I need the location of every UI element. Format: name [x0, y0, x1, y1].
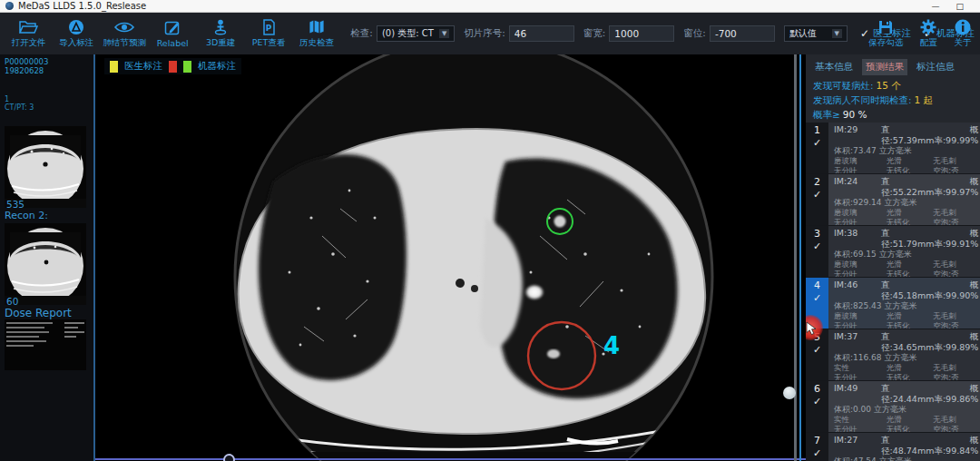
check-icon[interactable]: ✓ — [813, 397, 821, 407]
finding-item[interactable]: 5 ✓ IM:37 直径:34.65mm 概率:99.89% 体积:116.68… — [806, 329, 980, 381]
finding-number: 2 — [814, 177, 820, 188]
finding-diameter: 直径:51.79mm — [881, 228, 934, 250]
import-annotation-button[interactable]: 导入标注 — [54, 18, 100, 49]
finding-number-column[interactable]: 3 ✓ — [806, 226, 828, 277]
finding-item[interactable]: 2 ✓ IM:24 直径:55.22mm 概率:99.97% 体积:929.14… — [806, 174, 980, 226]
vertical-slider-track[interactable] — [799, 54, 801, 461]
finding-diameter: 直径:24.44mm — [881, 383, 934, 405]
finding-im: IM:24 — [834, 176, 881, 198]
finding-item[interactable]: 6 ✓ IM:49 直径:24.44mm 概率:99.86% 体积:0.00 立… — [806, 381, 980, 433]
finding-item[interactable]: 4 ✓ IM:46 直径:45.18mm 概率:99.90% 体积:825.43… — [806, 278, 980, 329]
vertical-slider-handle[interactable] — [783, 387, 796, 399]
series-type: CT/PT: 3 — [5, 103, 89, 112]
finding-attribute: 无毛刺 — [933, 363, 975, 373]
suspicious-lesion-label: 发现可疑病灶: — [813, 80, 874, 91]
pet-view-button[interactable]: P PET查看 — [246, 18, 292, 49]
series-thumbnail-1[interactable]: 535 — [5, 126, 86, 208]
finding-number-column[interactable]: 6 ✓ — [806, 381, 828, 432]
finding-attribute: 磨玻璃 — [834, 311, 887, 321]
finding-item[interactable]: 7 ✓ IM:27 直径:48.74mm 概率:99.84% 体积:47.54 … — [806, 433, 980, 461]
app-icon — [5, 2, 14, 10]
settings-label: 配置 — [920, 37, 937, 49]
finding-volume: 体积:929.14 立方毫米 — [834, 198, 975, 208]
vertical-scrollbar-track[interactable] — [794, 54, 797, 461]
check-icon[interactable]: ✓ — [813, 345, 821, 356]
finding-attribute: 空泡:否 — [933, 373, 975, 380]
finding-number-column[interactable]: 7 ✓ — [806, 433, 828, 461]
cursor-arrow-icon — [806, 321, 818, 336]
finding-volume: 体积:69.15 立方毫米 — [834, 250, 975, 260]
finding-attribute: 实性 — [834, 363, 887, 373]
finding-attribute: 无毛刺 — [933, 311, 975, 321]
finding-attributes: 磨玻璃光滑无毛刺无分叶无钙化空泡:否血管集束:否与胸膜无关位置:左肺下叶 — [834, 311, 975, 329]
check-icon[interactable]: ✓ — [813, 190, 821, 201]
slice-number-input[interactable] — [509, 25, 574, 42]
finding-list[interactable]: 1 ✓ IM:29 直径:57.39mm 概率:99.99% 体积:73.47 … — [806, 123, 980, 461]
finding-attribute: 光滑 — [887, 156, 933, 166]
finding-item[interactable]: 3 ✓ IM:38 直径:51.79mm 概率:99.91% 体积:69.15 … — [806, 226, 980, 278]
history-exam-button[interactable]: 历史检查 — [293, 18, 339, 49]
finding-volume: 体积:0.00 立方毫米 — [834, 405, 975, 415]
finding-attribute: 无分叶 — [834, 373, 887, 380]
check-icon[interactable]: ✓ — [813, 241, 821, 252]
annotation-legend: 医生标注 机器标注 — [104, 58, 241, 74]
import-annotation-icon — [67, 18, 85, 36]
other-exam-stat: 发现病人不同时期检查:1 起 — [806, 93, 980, 107]
finding-attribute: 空泡:否 — [933, 270, 975, 277]
slice-slider-horizontal[interactable] — [95, 458, 806, 460]
exam-type-select[interactable]: (0) 类型: CT ▼ — [377, 25, 455, 42]
check-icon[interactable]: ✓ — [813, 138, 821, 149]
machine-legend-swatch-red — [169, 61, 177, 73]
window-width-input[interactable] — [609, 25, 674, 42]
finding-number-column[interactable]: 1 ✓ — [806, 123, 828, 173]
preset-select[interactable]: 默认值 ▼ — [784, 25, 848, 42]
finding-attribute: 无钙化 — [887, 321, 933, 329]
finding-volume: 体积:116.68 立方毫米 — [834, 353, 975, 363]
relabel-label: Relabel — [157, 38, 189, 48]
save-selection-button[interactable]: 保存勾选 — [862, 18, 910, 49]
pet-view-icon: P — [260, 18, 278, 36]
finding-probability: 概率:99.90% — [934, 280, 978, 301]
check-icon[interactable]: ✓ — [813, 448, 821, 459]
tab-basic-info[interactable]: 基本信息 — [811, 59, 857, 75]
finding-diameter: 直径:57.39mm — [881, 124, 934, 146]
tab-annotation-info[interactable]: 标注信息 — [913, 59, 958, 75]
probability-threshold-label: 概率≥ — [813, 109, 840, 120]
series-thumbnail-2[interactable]: 60 — [5, 223, 86, 305]
finding-details: IM:24 直径:55.22mm 概率:99.97% 体积:929.14 立方毫… — [828, 174, 980, 225]
window-level-input[interactable] — [710, 25, 775, 42]
finding-details: IM:46 直径:45.18mm 概率:99.90% 体积:825.43 立方毫… — [828, 278, 980, 329]
finding-probability: 概率:99.86% — [934, 383, 978, 405]
finding-item[interactable]: 1 ✓ IM:29 直径:57.39mm 概率:99.99% 体积:73.47 … — [806, 123, 980, 174]
dose-report-label: Dose Report — [5, 308, 89, 319]
tab-prediction-result[interactable]: 预测结果 — [862, 59, 907, 75]
finding-im: IM:49 — [834, 383, 881, 405]
check-icon[interactable]: ✓ — [813, 293, 821, 304]
dose-report-thumbnail[interactable] — [5, 319, 86, 370]
finding-number: 6 — [814, 384, 820, 395]
finding-probability: 概率:99.97% — [934, 176, 978, 198]
probability-threshold-stat[interactable]: 概率≥90 % — [806, 107, 980, 122]
title-bar: MeDaS LLDS 1.5.0_Reslease — □ — [0, 0, 980, 13]
finding-number: 1 — [814, 125, 820, 136]
open-file-button[interactable]: 打开文件 — [5, 18, 52, 49]
finding-attribute: 磨玻璃 — [834, 156, 887, 166]
finding-number-column[interactable]: 2 ✓ — [806, 174, 828, 225]
finding-im: IM:27 — [834, 435, 881, 456]
doctor-legend-swatch — [110, 61, 118, 73]
about-button[interactable]: 关于 — [947, 18, 978, 49]
finding-attribute: 无分叶 — [834, 270, 887, 277]
save-icon — [877, 18, 895, 36]
ct-viewer[interactable]: 4 医生标注 机器标注 — [95, 54, 806, 461]
settings-button[interactable]: 配置 — [912, 18, 946, 49]
minimize-button[interactable]: — — [931, 2, 939, 11]
relabel-button[interactable]: Relabel — [150, 19, 196, 48]
series-count: 1 — [5, 95, 89, 103]
window-width-label: 窗宽: — [583, 27, 606, 40]
maximize-button[interactable]: □ — [956, 2, 964, 11]
finding-diameter: 直径:55.22mm — [881, 176, 934, 198]
slice-slider-handle[interactable] — [223, 454, 235, 461]
rebuild-3d-button[interactable]: 3D重建 — [198, 18, 244, 49]
prediction-panel: 基本信息 预测结果 标注信息 发现可疑病灶:15 个 发现病人不同时期检查:1 … — [806, 54, 980, 461]
nodule-predict-button[interactable]: 肺结节预测 — [102, 18, 148, 49]
